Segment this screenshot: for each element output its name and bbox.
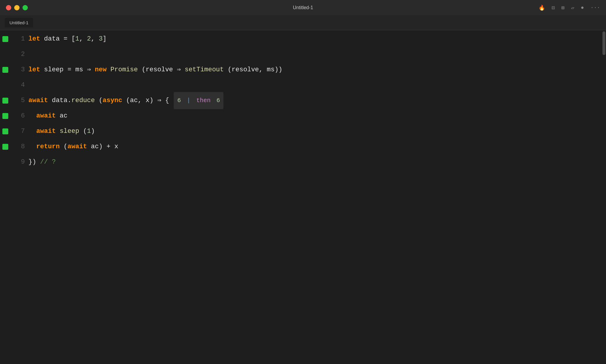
flame-icon[interactable]: 🔥 bbox=[539, 4, 545, 11]
breakpoint-6[interactable] bbox=[2, 113, 8, 119]
breakpoint-9-empty bbox=[2, 159, 8, 165]
line-num-1: 1 bbox=[21, 31, 25, 47]
close-button[interactable] bbox=[6, 5, 11, 10]
code-line-4[interactable] bbox=[28, 78, 606, 93]
gutter-line-9[interactable] bbox=[2, 154, 8, 170]
split-icon[interactable]: ⊡ bbox=[552, 4, 555, 11]
gutter bbox=[0, 30, 11, 364]
maximize-button[interactable] bbox=[22, 5, 28, 10]
code-line-8[interactable]: return ( await ac) + x bbox=[28, 139, 606, 154]
breakpoint-4-empty bbox=[2, 82, 8, 88]
traffic-lights bbox=[6, 5, 28, 10]
breakpoint-2-empty bbox=[2, 51, 8, 57]
line-num-3: 3 bbox=[21, 62, 25, 78]
gutter-line-1[interactable] bbox=[2, 31, 8, 47]
breakpoint-7[interactable] bbox=[2, 128, 8, 134]
gutter-line-2[interactable] bbox=[2, 47, 8, 62]
line-numbers: 1 2 3 4 5 6 7 8 9 bbox=[11, 30, 28, 364]
line-num-7: 7 bbox=[21, 124, 25, 139]
gutter-line-5[interactable] bbox=[2, 93, 8, 108]
code-line-6[interactable]: await ac bbox=[28, 108, 606, 124]
line-num-5: 5 bbox=[21, 93, 25, 108]
breakpoint-3[interactable] bbox=[2, 67, 8, 73]
line-num-4: 4 bbox=[21, 78, 25, 93]
kw-let-1: let bbox=[28, 31, 40, 47]
eval-badge-line5: 6 | then 6 bbox=[174, 92, 223, 109]
code-line-2[interactable] bbox=[28, 47, 606, 62]
breakpoint-1[interactable] bbox=[2, 36, 8, 42]
grid-icon[interactable]: ⊞ bbox=[561, 4, 565, 11]
editor: 1 2 3 4 5 6 7 8 9 let data = [ 1 , 2 , 3… bbox=[0, 30, 606, 364]
window-title: Untitled-1 bbox=[293, 5, 313, 10]
code-line-9[interactable]: }) // ? bbox=[28, 154, 606, 170]
circle-icon[interactable]: ● bbox=[581, 5, 584, 11]
line-num-6: 6 bbox=[21, 108, 25, 124]
gutter-line-4[interactable] bbox=[2, 78, 8, 93]
gutter-line-3[interactable] bbox=[2, 62, 8, 78]
code-line-7[interactable]: await sleep ( 1 ) bbox=[28, 124, 606, 139]
scrollbar-thumb[interactable] bbox=[602, 31, 605, 55]
tab-label: Untitled-1 bbox=[9, 20, 28, 25]
minimize-button[interactable] bbox=[14, 5, 20, 10]
titlebar-actions: 🔥 ⊡ ⊞ ▱ ● ··· bbox=[539, 4, 600, 11]
line-num-9: 9 bbox=[21, 154, 25, 170]
code-line-5[interactable]: await data. reduce ( async (ac, x) ⇒ { 6… bbox=[28, 93, 606, 108]
breakpoint-5[interactable] bbox=[2, 98, 8, 104]
line-num-8: 8 bbox=[21, 139, 25, 154]
titlebar: Untitled-1 🔥 ⊡ ⊞ ▱ ● ··· bbox=[0, 0, 606, 15]
line-num-2: 2 bbox=[21, 47, 25, 62]
more-icon[interactable]: ··· bbox=[591, 5, 600, 11]
code-line-1[interactable]: let data = [ 1 , 2 , 3 ] bbox=[28, 31, 606, 47]
gutter-line-7[interactable] bbox=[2, 124, 8, 139]
tabbar: Untitled-1 bbox=[0, 15, 606, 30]
gutter-line-8[interactable] bbox=[2, 139, 8, 154]
panel-icon[interactable]: ▱ bbox=[571, 4, 574, 11]
tab-untitled[interactable]: Untitled-1 bbox=[5, 18, 33, 28]
scrollbar[interactable] bbox=[602, 30, 606, 364]
code-area[interactable]: let data = [ 1 , 2 , 3 ] let sleep = ms … bbox=[28, 30, 606, 364]
breakpoint-8[interactable] bbox=[2, 144, 8, 150]
gutter-line-6[interactable] bbox=[2, 108, 8, 124]
code-line-3[interactable]: let sleep = ms ⇒ new Promise (resolve ⇒ … bbox=[28, 62, 606, 78]
